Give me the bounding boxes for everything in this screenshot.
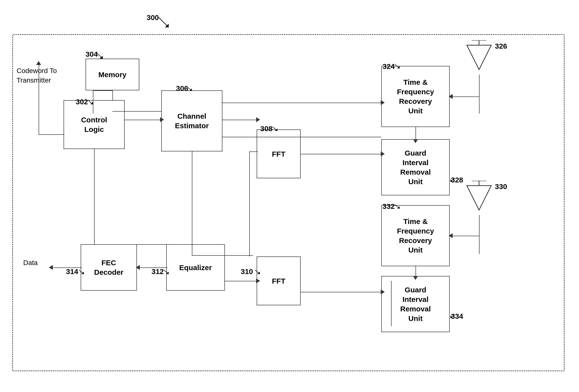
ctrl-ch-arrow [160, 117, 164, 122]
channel-estimator-label: ChannelEstimator [175, 111, 209, 130]
equalizer-label: Equalizer [179, 263, 212, 272]
page-container: 300 Memory 304 ControlLogic 302 ChannelE… [0, 0, 579, 392]
ref-314-arrow [78, 269, 86, 276]
ref-312: 312 [151, 268, 164, 276]
ref-324-arrow [393, 63, 402, 70]
ref-332-arrow [393, 203, 402, 211]
eq-fft2-hline [225, 281, 258, 281]
ref-310-arrow [254, 269, 262, 276]
ant1-tfr1-hline [450, 97, 479, 97]
equalizer-block: Equalizer [166, 244, 225, 291]
ref-334-arrow [449, 313, 457, 319]
ch-fft2-connect [249, 151, 258, 152]
ch-eq-hline-bot [192, 255, 253, 256]
tfr1-gir1-vline [416, 127, 416, 140]
fec-decoder-label: FECDecoder [94, 258, 123, 277]
fft2-gir2-hline [301, 292, 382, 292]
antenna2 [464, 181, 494, 215]
ref-326: 326 [495, 42, 507, 50]
gir2-fft2-vline [391, 281, 392, 326]
data-out-hline [50, 268, 82, 268]
memory-ctrl-vline2 [93, 90, 93, 113]
eq-fec-arrow [136, 265, 140, 270]
ctrl-mem-hline [112, 111, 161, 112]
memory-block: Memory [85, 59, 139, 90]
tfr1-label: Time &FrequencyRecoveryUnit [397, 77, 434, 115]
ref-304-arrow [95, 51, 105, 60]
ref-324: 324 [382, 62, 395, 71]
ch-fft1-arrow [256, 117, 260, 122]
svg-marker-27 [467, 186, 491, 210]
memory-ctrl-vline [112, 90, 113, 100]
svg-marker-24 [467, 45, 491, 70]
data-label: Data [23, 259, 38, 267]
fec-decoder-block: FECDecoder [81, 244, 137, 291]
ref-314: 314 [66, 268, 78, 276]
ref-328-arrow [449, 177, 457, 183]
ref-330: 330 [495, 182, 507, 191]
tfr1-gir1-arrow [413, 139, 418, 143]
tfr2-gir2-arrow [413, 276, 418, 280]
gir2-block: GuardIntervalRemovalUnit [381, 276, 450, 332]
memory-label: Memory [98, 70, 126, 79]
data-out-arrow [49, 265, 53, 270]
control-logic-label: ControlLogic [81, 115, 107, 134]
ctrl-ch-hline [125, 120, 162, 120]
ant1-tfr1-arrow [449, 94, 453, 99]
antenna1 [464, 40, 494, 74]
codeword-hline [39, 134, 64, 135]
ref-308-arrow [271, 125, 280, 133]
tfr2-gir2-vline [416, 266, 416, 277]
fft2-label: FFT [272, 276, 286, 286]
ch-fft2-vline [249, 151, 250, 256]
ch-fft1-hline [222, 120, 258, 120]
fft1-label: FFT [272, 149, 286, 159]
codeword-label: Codeword ToTransmitter [17, 66, 57, 85]
control-logic-block: ControlLogic [64, 100, 125, 149]
fft2-block: FFT [257, 256, 301, 305]
ant2-tfr2-arrow [449, 233, 453, 238]
ref-308: 308 [260, 124, 273, 133]
ant2-tfr2-vline [479, 215, 480, 254]
ctrl-eq-vline [94, 149, 95, 244]
fft1-gir1-hline [301, 154, 382, 154]
channel-estimator-block: ChannelEstimator [161, 90, 222, 151]
ant2-tfr2-hline [450, 236, 479, 236]
ch-tfr1-arrow [381, 100, 385, 105]
tfr2-block: Time &FrequencyRecoveryUnit [381, 205, 450, 266]
tfr2-label: Time &FrequencyRecoveryUnit [397, 217, 434, 255]
ref-312-arrow [162, 269, 171, 276]
ref-306-arrow [186, 85, 194, 93]
ref-302: 302 [76, 98, 88, 106]
ctrl-eq-hline-bot [94, 244, 167, 245]
gir1-block: GuardIntervalRemovalUnit [381, 139, 450, 195]
codeword-up-arrow [36, 61, 41, 65]
eq-fft2-arrow [256, 279, 260, 283]
eq-fec-hline [137, 268, 167, 268]
ref-310: 310 [241, 268, 253, 276]
ch-eq-vline [192, 151, 192, 255]
ant1-tfr1-vline [479, 74, 480, 113]
memory-ctrl-hline [93, 90, 112, 91]
fft1-gir1-arrow [381, 151, 385, 156]
ref-300-arrow [156, 15, 171, 30]
ch-fft1-lower [249, 137, 258, 137]
ch-tfr1-hline [222, 103, 382, 103]
ref-332: 332 [382, 202, 395, 211]
fft2-gir2-arrow [381, 289, 385, 294]
ch-gir1-upper-hline [222, 137, 381, 137]
gir2-label: GuardIntervalRemovalUnit [400, 285, 431, 323]
tfr1-block: Time &FrequencyRecoveryUnit [381, 66, 450, 127]
gir1-label: GuardIntervalRemovalUnit [400, 148, 431, 186]
ref-302-arrow [87, 99, 95, 106]
